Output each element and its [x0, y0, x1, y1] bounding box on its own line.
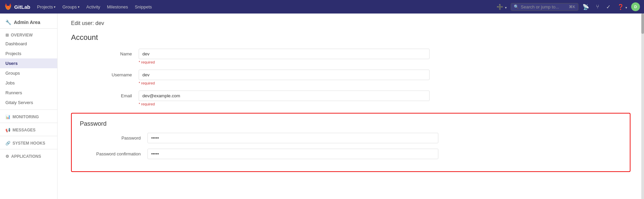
name-required: * required — [139, 60, 430, 64]
search-icon: 🔍 — [514, 4, 519, 9]
sidebar-section-overview: ⊞ Overview — [0, 30, 57, 39]
email-field-row: Email * required — [71, 91, 630, 106]
sidebar-item-dashboard[interactable]: Dashboard — [0, 39, 57, 49]
username-input[interactable] — [139, 70, 430, 80]
sidebar-section-messages: 📢 Messages — [0, 125, 57, 134]
plus-menu-button[interactable]: ➕ ▾ — [494, 2, 509, 11]
sidebar: Admin Area ⊞ Overview Dashboard Projects… — [0, 14, 58, 199]
email-required: * required — [139, 102, 430, 106]
sidebar-divider-4 — [0, 149, 57, 149]
account-section: Account Name * required Username * requi… — [71, 33, 630, 106]
sidebar-divider-1 — [0, 109, 57, 110]
grid-icon: ⊞ — [5, 33, 9, 38]
page-header: Edit user: dev — [71, 20, 630, 26]
admin-area-label: Admin Area — [0, 16, 57, 29]
nav-groups[interactable]: Groups ▾ — [60, 3, 82, 11]
broadcast-icon[interactable]: 📡 — [580, 2, 592, 11]
sidebar-section-system-hooks: 🔗 System Hooks — [0, 138, 57, 147]
fork-icon[interactable]: ⑂ — [593, 2, 602, 11]
top-navigation: GitLab Projects ▾ Groups ▾ Activity Mile… — [0, 0, 644, 14]
account-section-title: Account — [71, 33, 630, 42]
brand-logo[interactable]: GitLab — [4, 3, 30, 11]
email-field-wrap: * required — [139, 91, 430, 106]
sidebar-item-runners[interactable]: Runners — [0, 88, 57, 98]
sidebar-section-monitoring: 📊 Monitoring — [0, 112, 57, 121]
search-input[interactable] — [521, 4, 567, 9]
nav-projects[interactable]: Projects ▾ — [34, 3, 59, 11]
username-field-row: Username * required — [71, 70, 630, 85]
sidebar-item-projects[interactable]: Projects — [0, 49, 57, 58]
monitoring-icon: 📊 — [5, 115, 10, 119]
email-label: Email — [71, 91, 139, 98]
name-input[interactable] — [139, 49, 430, 59]
scrollbar[interactable] — [641, 14, 644, 199]
sidebar-item-groups[interactable]: Groups — [0, 68, 57, 78]
user-avatar[interactable]: D — [631, 2, 640, 11]
password-confirmation-input[interactable] — [147, 149, 438, 159]
password-label: Password — [80, 133, 147, 141]
wrench-icon — [5, 20, 11, 25]
sidebar-section-applications: ⚙ Applications — [0, 151, 57, 160]
name-field-row: Name * required — [71, 49, 630, 64]
username-label: Username — [71, 70, 139, 77]
password-confirmation-wrap — [147, 149, 438, 159]
apps-icon: ⚙ — [5, 154, 9, 159]
help-menu-button[interactable]: ❓ ▾ — [615, 2, 630, 11]
sidebar-item-users[interactable]: Users — [0, 58, 57, 68]
username-required: * required — [139, 81, 430, 85]
sidebar-item-jobs[interactable]: Jobs — [0, 78, 57, 88]
sidebar-item-gitaly-servers[interactable]: Gitaly Servers — [0, 98, 57, 107]
password-input[interactable] — [147, 133, 438, 143]
search-bar[interactable]: 🔍 ⌘K — [511, 3, 578, 11]
password-field-row: Password — [80, 133, 622, 143]
password-section: Password Password Password confirmation — [71, 113, 630, 172]
nav-activity[interactable]: Activity — [84, 3, 103, 11]
hooks-icon: 🔗 — [5, 141, 10, 146]
nav-milestones[interactable]: Milestones — [104, 3, 131, 11]
issues-icon[interactable]: ✓ — [603, 2, 613, 11]
sidebar-divider-2 — [0, 123, 57, 123]
password-confirmation-row: Password confirmation — [80, 149, 622, 159]
main-content: Edit user: dev Account Name * required U… — [58, 14, 644, 199]
scroll-thumb[interactable] — [641, 14, 644, 34]
nav-snippets[interactable]: Snippets — [132, 3, 155, 11]
name-label: Name — [71, 49, 139, 56]
username-field-wrap: * required — [139, 70, 430, 85]
email-input[interactable] — [139, 91, 430, 101]
name-field-wrap: * required — [139, 49, 430, 64]
brand-name: GitLab — [14, 4, 30, 10]
password-field-wrap — [147, 133, 438, 143]
password-section-title: Password — [80, 120, 622, 127]
password-confirmation-label: Password confirmation — [80, 149, 147, 156]
messages-icon: 📢 — [5, 128, 10, 132]
sidebar-divider-3 — [0, 136, 57, 136]
